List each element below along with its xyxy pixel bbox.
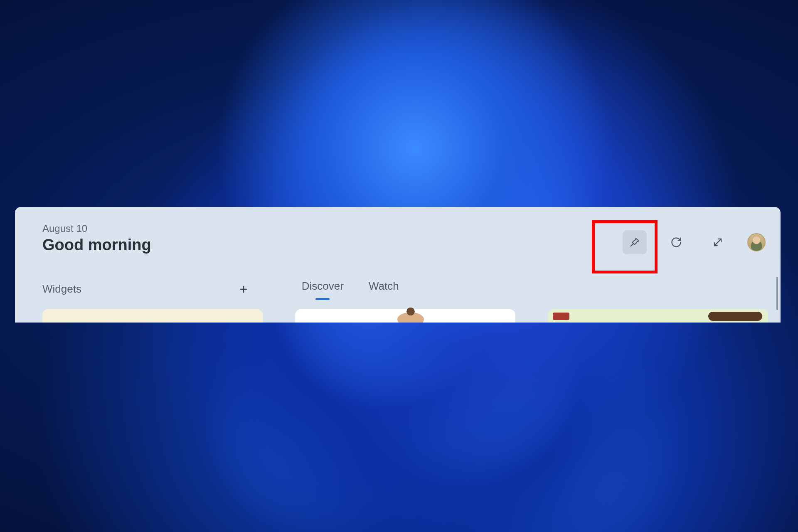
svg-line-0 (714, 239, 721, 246)
expand-icon (712, 236, 724, 248)
plus-icon: + (239, 281, 248, 297)
section-tabs-row: Widgets + Discover Watch (42, 278, 768, 299)
pin-button[interactable] (623, 230, 647, 254)
feed-card[interactable] (295, 309, 515, 323)
refresh-button[interactable] (664, 230, 688, 254)
widgets-section-label: Widgets (42, 283, 81, 296)
expand-button[interactable] (706, 230, 730, 254)
tab-watch[interactable]: Watch (369, 280, 399, 298)
add-widget-button[interactable]: + (239, 281, 248, 297)
user-avatar[interactable] (747, 233, 766, 251)
widgets-board-panel: August 10 Good morning (15, 207, 781, 323)
content-cards-row (42, 309, 768, 323)
greeting-label: Good morning (42, 236, 151, 254)
feed-tabs: Discover Watch (302, 280, 399, 298)
pin-icon (629, 236, 640, 248)
tab-discover[interactable]: Discover (302, 280, 344, 298)
greeting-header: August 10 Good morning (42, 223, 151, 254)
feed-card[interactable] (548, 309, 768, 323)
header-actions (623, 230, 766, 254)
refresh-icon (670, 236, 682, 248)
date-label: August 10 (42, 223, 151, 234)
widget-card[interactable] (42, 309, 263, 323)
panel-scrollbar[interactable] (776, 277, 778, 310)
